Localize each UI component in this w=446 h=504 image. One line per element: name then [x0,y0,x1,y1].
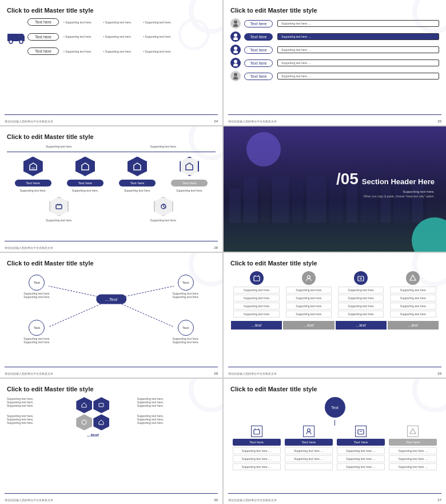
svg-rect-31 [292,180,304,223]
slide-6-bottom-bar: ...text ...text ...text ...text [230,321,439,330]
slide-4-content: /05 Section Header Here Supporting text … [336,170,435,198]
slide-8-cell-2-1: Supporting text here .... [285,447,333,454]
slide-1-footer: 请在此处输入您的单位中文名称及文本 24 [5,120,218,123]
truck-icon [7,29,27,44]
slide-3-hex-icon-2 [75,157,95,176]
slide-1-dot-1-1: Supporting text here. [63,21,92,24]
slide-6-col-3: Supporting text here Supporting text her… [338,271,384,319]
slide-4-sub-detail: When you copy & paste, choose "keep text… [336,195,435,198]
svg-point-13 [233,50,238,53]
svg-rect-19 [31,167,35,170]
svg-point-11 [233,37,238,40]
slide-5-node-bl: Text Supporting text here. Supporting te… [23,320,50,344]
slide-3-footer-text: 请在此处输入您的单位中文名称及文本 [5,246,53,249]
slide-6-cell-3-3: Supporting text here [338,303,384,309]
slide-1-dot-1-2: Supporting text here. [103,21,132,24]
slide-2-text-box-2: Text here [244,33,273,41]
slide-6-icon-1 [250,271,264,285]
slide-8-header-1: Text here [233,439,281,446]
slide-5: Click to edit Master title style ...Text… [0,253,222,378]
slide-5-node-bl-label: Text [29,320,45,336]
slide-4-section-title: Section Header Here [362,177,435,186]
svg-point-7 [415,0,446,31]
svg-point-14 [234,60,237,64]
svg-point-5 [9,40,13,43]
slide-7-ll2-3: Supporting text here. [7,421,49,424]
slide-1-page-num: 24 [214,120,218,123]
slide-2-footer: 请在此处输入您的单位中文名称及文本 25 [228,120,441,123]
svg-rect-58 [254,430,260,434]
svg-point-17 [233,77,238,80]
slide-2-text-box-5: Text here [244,73,273,80]
svg-rect-32 [306,176,326,223]
svg-point-18 [191,126,222,158]
slide-3-sub-hex-icon-1 [49,197,69,216]
slide-8-icon-sq-3 [355,426,367,437]
slide-7-page-num: 30 [214,498,218,502]
slide-8-icon-row-1 [251,426,262,437]
slide-5-mind-map: ...Text Text Supporting text here. Suppo… [7,271,216,346]
slide-2: Click to edit Master title style Text he… [224,0,446,125]
slide-8-cell-1-1: Supporting text here .... [233,447,281,454]
slide-7-hex-a [76,397,92,413]
svg-point-49 [307,275,310,278]
slide-3-page-num: 26 [214,246,218,249]
slide-6-cell-1-2: Supporting text here [233,295,279,301]
slide-7-hex-c [76,414,92,430]
slide-6-cell-2-1: Supporting text here [286,287,332,293]
slide-2-person-row-5: Text here Supporting text here .... [230,71,439,81]
slide-3-sup-1: Supporting text here. [46,145,72,148]
slide-5-node-br: Text Supporting text here. Supporting te… [172,320,198,344]
slide-2-person-icon-2 [230,31,241,42]
slide-5-node-br-label: Text [178,320,194,336]
slide-7-footer-text: 请在此处输入您的单位中文名称及文本 [5,498,53,502]
slide-2-person-icon-4 [230,58,241,68]
slide-6-bar-2: ...text [283,321,334,330]
slide-6-icon-2 [302,271,316,285]
svg-point-15 [233,64,238,66]
slide-7-hex-cluster [76,397,109,430]
slide-8-page-num: 27 [437,498,441,502]
slide-6-cell-3-4: Supporting text here [338,311,384,318]
svg-point-12 [234,47,237,50]
slide-2-person-icon-1 [230,18,241,29]
slide-1-pill-3: Text here [27,47,59,55]
slide-6-cell-4-4: Supporting text here [390,311,436,318]
slide-3-hex-2: Text here Supporting text here. [62,157,108,192]
slide-2-text-box-1: Text here [244,20,273,27]
slide-7-left-lists: Supporting text here, Supporting text he… [7,397,49,438]
slide-8-cell-3-1: Supporting text here .... [337,447,385,454]
slide-4: /05 Section Header Here Supporting text … [224,126,446,252]
svg-point-45 [415,253,446,284]
svg-rect-50 [358,276,364,281]
slide-8-col-2: Text here Supporting text here .... Supp… [285,426,333,471]
slide-4-purple-circle [246,132,281,166]
slide-2-support-bar-5: Supporting text here .... [277,73,439,80]
slide-3-support-2: Supporting text here. [72,189,98,192]
slide-7-left-list-2: Supporting text here, Supporting text he… [7,414,49,424]
slide-5-node-tl: Text Supporting text here. Supporting te… [23,275,50,299]
svg-rect-20 [56,205,62,209]
svg-rect-30 [272,176,289,223]
slide-7-center-hex: ...text [53,397,133,438]
slide-2-person-icon-5 [230,71,241,81]
slide-6-cell-2-4: Supporting text here [286,311,332,318]
slide-5-node-tl-label: Text [29,275,45,291]
slide-6-footer-text: 请在此处输入您的单位中文名称及文本 [228,372,277,375]
slide-8-col-1: Text here Supporting text here .... Supp… [233,426,281,471]
slide-3-sub-hex-icon-2 [154,197,173,216]
slide-3-footer: 请在此处输入您的单位中文名称及文本 26 [5,246,218,249]
svg-point-57 [415,379,446,410]
slide-3-sub-support-2: Supporting text here. [150,219,177,222]
svg-rect-2 [7,34,19,41]
slide-6-footer: 请在此处输入您的单位中文名称及文本 29 [228,372,441,375]
slide-8-cell-3-2: Supporting text here .... [337,455,385,462]
slide-6-bar-1: ...text [231,321,282,330]
slide-1-dot-2-2: Supporting text here. [103,35,132,38]
slide-3-hex-icon-3 [128,157,147,176]
slide-5-center-node: ...Text [96,294,127,304]
slide-2-footer-text: 请在此处输入您的单位中文名称及文本 [228,120,277,123]
slide-3-support-3: Supporting text here. [124,189,150,192]
svg-point-6 [19,40,23,43]
slide-5-footer: 请在此处输入您的单位中文名称及文本 28 [5,372,218,375]
